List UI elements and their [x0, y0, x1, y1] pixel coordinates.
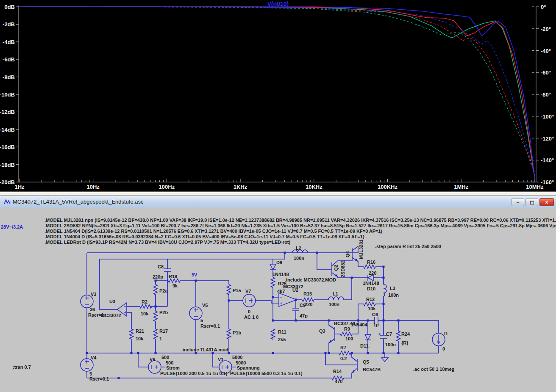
schematic-label: 220p [153, 274, 163, 279]
schematic-label: V4 [91, 355, 97, 360]
schematic-label: 1p [373, 322, 379, 327]
schematic-label: V6 [150, 357, 155, 362]
diode-D11 [365, 334, 371, 340]
bode-plot[interactable]: 0dB-2dB-4dB-6dB-8dB-10dB-12dB-14dB-16dB-… [0, 0, 556, 191]
schematic-label: R15 [303, 291, 312, 296]
resistor-R21 [130, 329, 133, 340]
restore-icon [530, 201, 534, 204]
resistor-R2 [140, 305, 152, 309]
resistor-P1a [227, 284, 231, 295]
y-axis-phase-tick: -60° [541, 69, 551, 76]
wires [87, 246, 439, 378]
waveform-pane: 0dB-2dB-4dB-6dB-8dB-10dB-12dB-14dB-16dB-… [0, 0, 556, 191]
resistor-R11 [271, 329, 275, 340]
trace-step-R-25-phase [19, 7, 535, 173]
schematic-label: {R} [401, 340, 409, 345]
schematic-label: P2a [159, 288, 168, 293]
schematic-label: R2 [142, 299, 147, 304]
schematic-label: .include TL431A.mod [181, 347, 228, 352]
model-directive: .MODEL LEDRot D (IS=93.1P RS=42M N=3.73 … [44, 240, 291, 245]
y-axis-db-tick: -18dB [0, 162, 15, 168]
y-axis-db-tick: -4dB [3, 39, 15, 45]
schematic-label: V1 [218, 357, 223, 362]
trace-step-R-25-magnitude [19, 7, 535, 178]
schematic-label: 100n [329, 302, 339, 307]
trace-title[interactable]: V(n010) [0, 0, 556, 7]
schematic-label: 220 [305, 302, 312, 307]
schematic-label: MJL3281 [359, 240, 364, 259]
diode-D10 [368, 275, 373, 281]
restore-button[interactable] [525, 198, 538, 206]
schematic-canvas[interactable]: 28V~/3.2A;tran 0.7.step param R list 25 … [0, 208, 556, 392]
schematic-label: V7 [245, 289, 251, 294]
resistor-R16 [364, 265, 375, 269]
schematic-label: U2 [292, 287, 298, 293]
y-axis-db-tick: -20dB [0, 179, 15, 185]
resistor-R25 [271, 277, 275, 288]
schematic-label: 470 [335, 379, 342, 384]
resistor-R18 [168, 279, 180, 283]
y-axis-phase-tick: -40° [541, 48, 551, 54]
x-axis-freq-tick: 100KHz [378, 184, 398, 190]
y-axis-phase-tick: -120° [541, 135, 554, 142]
schematic-label: BC547B [363, 367, 381, 372]
model-directive: .MODEL 1N5404 D(IS=2.61339e-12 RS=0.0110… [44, 229, 382, 234]
schematic-label: R12 [366, 297, 375, 302]
minimize-button[interactable]: – [512, 198, 524, 206]
schematic-label: AC 1 0 [244, 315, 259, 320]
q3-emitter-arrow [329, 340, 332, 343]
trace-step-R-250-phase [19, 7, 535, 176]
schematic-label: Strom [166, 365, 180, 370]
capacitor-C9 [292, 308, 299, 311]
diode-D9 [270, 264, 276, 270]
schematic-label: I1 [444, 331, 448, 336]
schematic-label: PULSE(10000 5500 0.3 1u 1u 0.1) [230, 371, 303, 376]
y-axis-phase-tick: -100° [541, 113, 554, 120]
capacitor-C8 [164, 269, 171, 271]
schematic-label: C6 [372, 312, 378, 317]
resistor-R12 [364, 302, 375, 306]
pane-divider[interactable] [0, 191, 556, 196]
schematic-label: 500 [161, 355, 169, 360]
model-directive: .MODEL 1N4004 D (IS=5.31656e-08 RS=0.039… [44, 234, 364, 239]
schematic-label: R24 [401, 331, 410, 337]
schematic-label: L2 [296, 246, 301, 251]
schematic-label: R11 [278, 329, 286, 334]
ltspice-icon [3, 198, 11, 206]
ground-symbol [381, 358, 388, 362]
resistor-R15 [302, 298, 314, 302]
schematic-label: D9 [276, 260, 282, 265]
x-axis-freq-tick: 10MHz [526, 184, 544, 190]
schematic-label: 0 [442, 346, 445, 351]
vsource-V7 [243, 294, 256, 307]
model-directive: .MODEL MJL3281 npn (IS=9.8145e-12 BF=438… [44, 218, 556, 223]
resistor-R9 [340, 332, 352, 336]
y-axis-db-tick: -16dB [0, 144, 15, 150]
schematic-pane[interactable]: 28V~/3.2A;tran 0.7.step param R list 25 … [0, 208, 556, 392]
schematic-label: C8 [158, 264, 164, 269]
schematic-label: MC33072 [101, 313, 121, 318]
window-title: MC34072_TL431A_5VRef_abgespeckt_Endstufe… [13, 199, 144, 205]
schematic-label: .include MC33072.MOD [285, 277, 336, 282]
schematic-label: Spannung [237, 365, 260, 370]
vsource-V4 [81, 359, 93, 371]
schematic-label: Rser=0.1 [200, 323, 220, 329]
schematic-label: 10k [136, 336, 144, 341]
trace-step-R-2500-phase [19, 7, 535, 176]
resistor-P1b [227, 329, 231, 340]
schematic-label: L3 [390, 286, 395, 291]
schematic-label: R14 [333, 369, 342, 374]
schematic-label: PULSE(1000 300 0.5 1u 1u 0.1) [160, 371, 228, 376]
opamp-U2 [279, 293, 297, 306]
y-axis-phase-tick: -20° [541, 26, 551, 32]
close-button[interactable]: x [539, 198, 554, 206]
schematic-label: 5 [200, 318, 203, 323]
schematic-label: 28V~/3.2A [1, 224, 23, 229]
schematic-label: .ac oct 50 1 10meg [413, 367, 454, 372]
components[interactable] [81, 250, 445, 380]
spice-model-directives: .MODEL MJL3281 npn (IS=9.8145e-12 BF=438… [44, 218, 556, 245]
isource-I1 [432, 333, 445, 346]
schematic-label: 36 [90, 307, 95, 312]
schematic-titlebar[interactable]: MC34072_TL431A_5VRef_abgespeckt_Endstufe… [0, 196, 556, 209]
schematic-label: V5 [202, 303, 208, 308]
